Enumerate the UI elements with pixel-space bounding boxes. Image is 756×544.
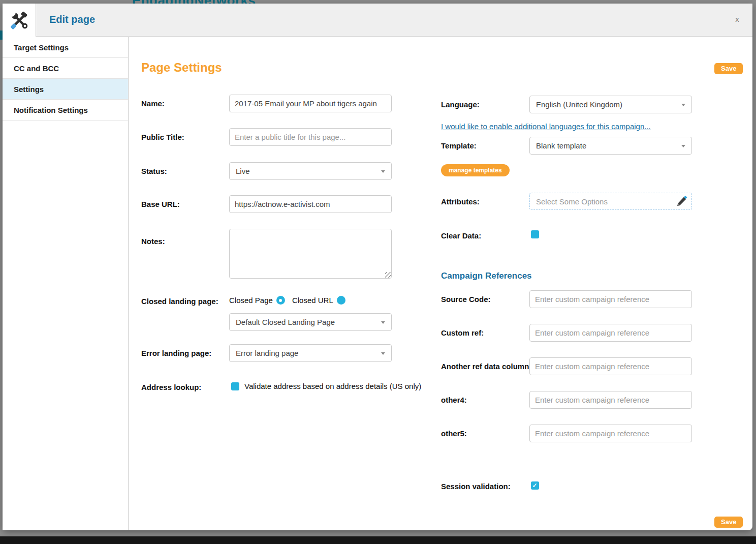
closed-url-radio[interactable] xyxy=(337,296,345,305)
template-label: Template: xyxy=(441,141,477,150)
chevron-down-icon xyxy=(681,145,685,147)
background-brand-fragment: EngagingNetworks xyxy=(132,0,345,4)
status-label: Status: xyxy=(141,167,167,175)
another-ref-label: Another ref data column: xyxy=(441,362,531,371)
name-input[interactable] xyxy=(229,95,392,112)
template-select[interactable]: Blank template xyxy=(529,137,692,155)
address-lookup-row: Validate address based on address detail… xyxy=(231,382,421,390)
chevron-down-icon xyxy=(381,170,385,173)
manage-templates-button[interactable]: manage templates xyxy=(441,164,510,176)
address-lookup-label: Address lookup: xyxy=(141,383,201,391)
other5-input[interactable] xyxy=(529,425,692,442)
sidebar: Target Settings CC and BCC Settings Noti… xyxy=(3,37,129,530)
closed-landing-radio-group: Closed Page Closed URL xyxy=(229,296,353,305)
resize-handle[interactable] xyxy=(385,272,391,278)
base-url-label: Base URL: xyxy=(141,200,180,208)
attributes-label: Attributes: xyxy=(441,197,480,206)
clear-data-label: Clear Data: xyxy=(441,231,481,240)
background-bottom-band xyxy=(0,536,756,544)
another-ref-input[interactable] xyxy=(529,357,692,375)
closed-landing-label: Closed landing page: xyxy=(141,297,218,306)
source-code-input[interactable] xyxy=(529,290,692,308)
sidebar-item-notification-settings[interactable]: Notification Settings xyxy=(3,100,128,120)
status-select[interactable]: Live xyxy=(229,162,392,180)
other4-label: other4: xyxy=(441,396,467,404)
error-landing-label: Error landing page: xyxy=(141,349,211,357)
session-validation-label: Session validation: xyxy=(441,482,511,491)
template-select-value: Blank template xyxy=(536,141,586,150)
other4-input[interactable] xyxy=(529,391,692,409)
modal-title: Edit page xyxy=(49,14,95,25)
pencil-icon[interactable] xyxy=(675,196,687,209)
closed-landing-select[interactable]: Default Closed Landing Page xyxy=(229,313,392,331)
chevron-down-icon xyxy=(381,321,385,324)
language-select[interactable]: English (United Kingdom) xyxy=(529,96,692,113)
public-title-input[interactable] xyxy=(229,128,392,146)
source-code-label: Source Code: xyxy=(441,295,491,304)
notes-textarea[interactable] xyxy=(229,229,392,279)
save-button-top[interactable]: Save xyxy=(714,63,743,74)
attributes-picker[interactable]: Select Some Options xyxy=(529,193,692,210)
attributes-placeholder: Select Some Options xyxy=(536,197,608,206)
closed-page-option-label: Closed Page xyxy=(229,296,273,305)
clear-data-checkbox[interactable] xyxy=(531,230,539,238)
closed-page-radio[interactable] xyxy=(276,296,285,305)
close-icon[interactable]: x xyxy=(733,15,742,23)
error-landing-select[interactable]: Error landing page xyxy=(229,344,392,362)
sidebar-item-target-settings[interactable]: Target Settings xyxy=(3,37,128,58)
custom-ref-label: Custom ref: xyxy=(441,328,484,337)
language-label: Language: xyxy=(441,100,480,109)
error-landing-select-value: Error landing page xyxy=(236,349,298,357)
sidebar-item-settings[interactable]: Settings xyxy=(3,79,128,100)
closed-landing-select-value: Default Closed Landing Page xyxy=(236,318,335,326)
sidebar-item-cc-and-bcc[interactable]: CC and BCC xyxy=(3,58,128,79)
tools-icon xyxy=(3,4,36,37)
notes-label: Notes: xyxy=(141,237,165,246)
page-title: Page Settings xyxy=(141,61,222,75)
status-select-value: Live xyxy=(236,167,250,175)
save-button-bottom[interactable]: Save xyxy=(714,517,743,528)
edit-page-modal: Edit page x Target Settings CC and BCC S… xyxy=(3,4,752,530)
base-url-input[interactable] xyxy=(229,195,392,213)
session-validation-checkbox[interactable] xyxy=(531,481,539,490)
campaign-references-title: Campaign References xyxy=(441,271,532,281)
additional-languages-link[interactable]: I would like to enable additional langua… xyxy=(441,122,651,131)
public-title-label: Public Title: xyxy=(141,133,184,141)
chevron-down-icon xyxy=(681,104,685,106)
name-label: Name: xyxy=(141,99,165,108)
custom-ref-input[interactable] xyxy=(529,324,692,342)
language-select-value: English (United Kingdom) xyxy=(536,100,622,109)
closed-url-option-label: Closed URL xyxy=(292,296,333,305)
chevron-down-icon xyxy=(381,352,385,355)
modal-header xyxy=(3,4,752,37)
other5-label: other5: xyxy=(441,429,467,438)
address-lookup-text: Validate address based on address detail… xyxy=(244,382,421,390)
address-lookup-checkbox[interactable] xyxy=(231,382,239,390)
